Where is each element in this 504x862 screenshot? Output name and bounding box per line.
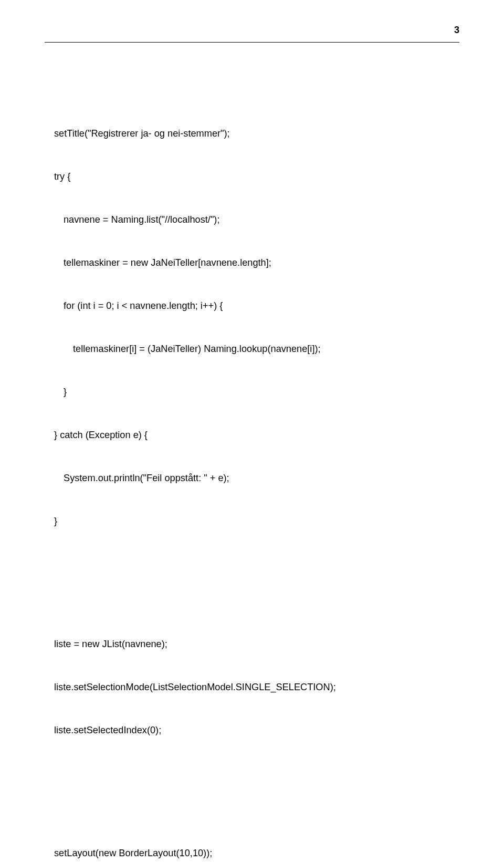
code-line: }: [45, 385, 459, 399]
code-block-3: setLayout(new BorderLayout(10,10)); add(…: [45, 817, 459, 862]
page-number: 3: [454, 23, 459, 37]
code-line: tellemaskiner[i] = (JaNeiTeller) Naming.…: [45, 342, 459, 356]
code-line: try {: [45, 170, 459, 184]
code-line: setTitle("Registrerer ja- og nei-stemmer…: [45, 127, 459, 141]
code-line: tellemaskiner = new JaNeiTeller[navnene.…: [45, 256, 459, 270]
code-line: navnene = Naming.list("//localhost/");: [45, 213, 459, 227]
code-line: for (int i = 0; i < navnene.length; i++)…: [45, 299, 459, 313]
code-content: setTitle("Registrerer ja- og nei-stemmer…: [45, 55, 459, 862]
code-line: System.out.println("Feil oppstått: " + e…: [45, 471, 459, 485]
code-block-1: setTitle("Registrerer ja- og nei-stemmer…: [45, 98, 459, 557]
code-line: } catch (Exception e) {: [45, 428, 459, 442]
code-block-2: liste = new JList(navnene); liste.setSel…: [45, 608, 459, 766]
page-header: 3: [45, 26, 459, 43]
code-line: liste.setSelectedIndex(0);: [45, 723, 459, 738]
code-line: liste.setSelectionMode(ListSelectionMode…: [45, 680, 459, 694]
code-line: setLayout(new BorderLayout(10,10));: [45, 846, 459, 860]
code-line: liste = new JList(navnene);: [45, 637, 459, 651]
code-line: }: [45, 514, 459, 528]
